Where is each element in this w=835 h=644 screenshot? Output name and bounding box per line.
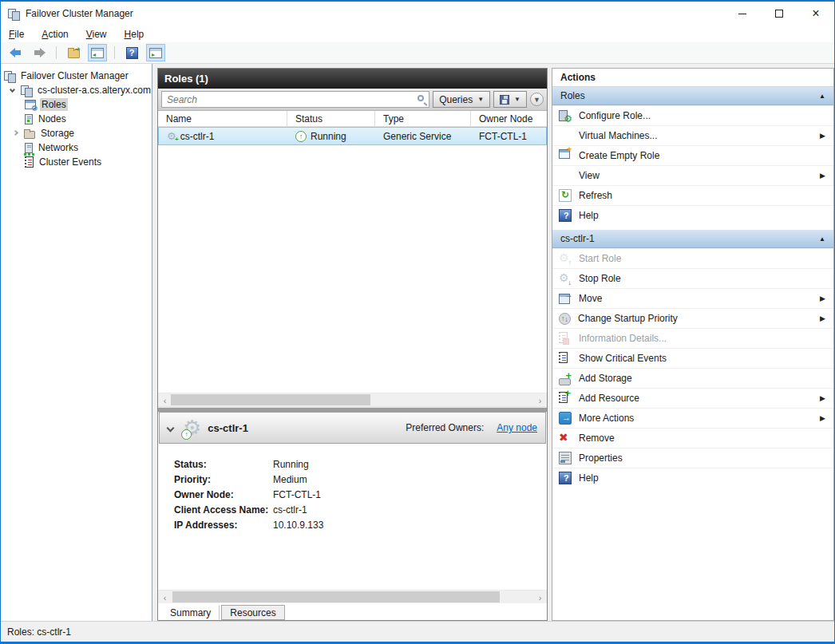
information-details-icon bbox=[559, 332, 568, 343]
export-list-button[interactable] bbox=[64, 44, 83, 61]
scroll-left-icon[interactable]: ‹ bbox=[158, 393, 172, 406]
create-empty-role-icon bbox=[559, 149, 570, 159]
action-create-empty-role[interactable]: Create Empty Role bbox=[552, 145, 833, 165]
cluster-manager-icon bbox=[4, 71, 15, 81]
action-more-actions[interactable]: More Actions ▶ bbox=[552, 408, 833, 428]
tree-item-cluster[interactable]: cs-cluster-a.cs.alteryx.com bbox=[1, 83, 152, 97]
action-move[interactable]: Move ▶ bbox=[552, 288, 833, 308]
stop-role-icon bbox=[559, 272, 572, 285]
results-pane: Roles (1) Queries ▼ ▼ ▼ Name bbox=[157, 68, 548, 621]
column-header-name[interactable]: Name bbox=[158, 111, 287, 126]
tree-item-nodes[interactable]: Nodes bbox=[1, 112, 152, 126]
refresh-icon bbox=[559, 189, 572, 202]
search-bar: Queries ▼ ▼ ▼ bbox=[158, 89, 547, 111]
collapse-section-icon[interactable]: ▲ bbox=[819, 93, 825, 100]
collapse-chevron-icon[interactable] bbox=[10, 132, 20, 135]
save-icon bbox=[500, 95, 509, 105]
actions-title: Actions bbox=[552, 69, 833, 87]
cluster-icon bbox=[21, 85, 32, 96]
start-role-icon bbox=[559, 252, 572, 265]
tree-item-cluster-events[interactable]: Cluster Events bbox=[1, 155, 152, 169]
show-hide-action-pane-button[interactable] bbox=[146, 44, 165, 61]
save-query-button[interactable]: ▼ bbox=[493, 91, 527, 108]
action-configure-role[interactable]: Configure Role... bbox=[552, 105, 833, 125]
title-bar: Failover Cluster Manager × bbox=[1, 2, 834, 26]
menu-bar: File Action View Help bbox=[1, 26, 834, 42]
column-header-status[interactable]: Status bbox=[287, 111, 375, 126]
actions-pane: Actions Roles ▲ Configure Role... Virtua… bbox=[552, 68, 834, 621]
configure-role-icon bbox=[559, 109, 572, 122]
submenu-arrow-icon: ▶ bbox=[820, 394, 827, 402]
role-name: cs-ctlr-1 bbox=[180, 131, 215, 142]
tree-item-roles[interactable]: Roles bbox=[1, 97, 152, 112]
minimize-button[interactable] bbox=[724, 2, 761, 26]
scrollbar-thumb[interactable] bbox=[172, 591, 500, 603]
menu-view[interactable]: View bbox=[86, 29, 107, 40]
add-resource-icon bbox=[559, 392, 568, 403]
forward-icon bbox=[34, 48, 46, 57]
app-icon bbox=[8, 9, 19, 19]
back-button[interactable] bbox=[6, 44, 25, 61]
column-header-type[interactable]: Type bbox=[375, 111, 471, 126]
roles-list: Name Status Type Owner Node ⚙ cs-ctlr-1 … bbox=[158, 111, 547, 406]
move-icon bbox=[559, 292, 572, 305]
preferred-owners-link[interactable]: Any node bbox=[497, 422, 537, 433]
close-button[interactable]: × bbox=[797, 2, 834, 26]
toolbar-separator bbox=[56, 46, 57, 59]
action-properties[interactable]: Properties bbox=[552, 448, 833, 468]
scroll-right-icon[interactable]: › bbox=[533, 591, 547, 604]
search-input[interactable] bbox=[161, 91, 429, 108]
running-status-icon: ↑ bbox=[295, 131, 307, 142]
show-hide-console-tree-button[interactable] bbox=[88, 44, 107, 61]
table-row[interactable]: ⚙ cs-ctlr-1 ↑ Running Generic Service FC… bbox=[158, 127, 547, 145]
show-critical-events-icon bbox=[559, 352, 568, 363]
expand-chevron-icon[interactable] bbox=[7, 89, 17, 92]
queries-button[interactable]: Queries ▼ bbox=[433, 91, 490, 108]
collapse-details-icon[interactable] bbox=[167, 424, 175, 432]
action-stop-role[interactable]: Stop Role bbox=[552, 268, 833, 288]
main-area: Failover Cluster Manager cs-cluster-a.cs… bbox=[1, 64, 834, 621]
back-icon bbox=[10, 48, 22, 57]
tab-summary[interactable]: Summary bbox=[161, 605, 220, 620]
scrollbar-thumb[interactable] bbox=[171, 394, 370, 405]
networks-icon bbox=[25, 143, 33, 153]
action-remove[interactable]: Remove bbox=[552, 428, 833, 448]
action-show-critical-events[interactable]: Show Critical Events bbox=[552, 348, 833, 368]
actions-section-role[interactable]: cs-ctlr-1 ▲ bbox=[552, 230, 833, 248]
pane-splitter[interactable] bbox=[158, 406, 547, 412]
action-help-roles[interactable]: Help bbox=[552, 205, 833, 225]
tab-resources[interactable]: Resources bbox=[221, 605, 284, 620]
submenu-arrow-icon: ▶ bbox=[820, 132, 827, 140]
action-add-storage[interactable]: Add Storage bbox=[552, 368, 833, 388]
action-add-resource[interactable]: Add Resource ▶ bbox=[552, 388, 833, 408]
tree-item-root[interactable]: Failover Cluster Manager bbox=[1, 69, 152, 83]
submenu-arrow-icon: ▶ bbox=[820, 172, 827, 180]
console-tree: Failover Cluster Manager cs-cluster-a.cs… bbox=[1, 64, 152, 621]
menu-file[interactable]: File bbox=[9, 29, 24, 40]
collapse-section-icon[interactable]: ▲ bbox=[819, 235, 825, 243]
change-startup-priority-icon bbox=[559, 313, 571, 325]
tree-item-storage[interactable]: Storage bbox=[1, 126, 152, 140]
action-refresh[interactable]: Refresh bbox=[552, 185, 833, 205]
action-virtual-machines[interactable]: Virtual Machines... ▶ bbox=[552, 125, 833, 145]
chevron-down-icon: ▼ bbox=[514, 96, 520, 103]
collapse-search-button[interactable]: ▼ bbox=[530, 93, 544, 106]
preferred-owners-label: Preferred Owners: bbox=[406, 422, 484, 433]
action-change-startup-priority[interactable]: Change Startup Priority ▶ bbox=[552, 308, 833, 328]
actions-section-roles[interactable]: Roles ▲ bbox=[552, 87, 833, 105]
scroll-left-icon[interactable]: ‹ bbox=[158, 591, 172, 604]
list-horizontal-scrollbar[interactable]: ‹ › bbox=[158, 393, 547, 406]
details-horizontal-scrollbar[interactable]: ‹ › bbox=[158, 590, 547, 603]
menu-help[interactable]: Help bbox=[125, 29, 144, 40]
tree-item-networks[interactable]: Networks bbox=[1, 140, 152, 155]
role-gear-large-icon: ⚙↑ bbox=[183, 417, 201, 438]
maximize-button[interactable] bbox=[761, 2, 797, 26]
help-toolbar-button[interactable]: ? bbox=[122, 44, 141, 61]
action-help-role[interactable]: Help bbox=[552, 468, 833, 488]
column-header-owner-node[interactable]: Owner Node bbox=[471, 111, 547, 126]
menu-action[interactable]: Action bbox=[42, 29, 68, 40]
action-view[interactable]: View ▶ bbox=[552, 165, 833, 185]
export-list-icon bbox=[68, 49, 80, 58]
scroll-right-icon[interactable]: › bbox=[533, 393, 547, 406]
forward-button[interactable] bbox=[30, 44, 49, 61]
